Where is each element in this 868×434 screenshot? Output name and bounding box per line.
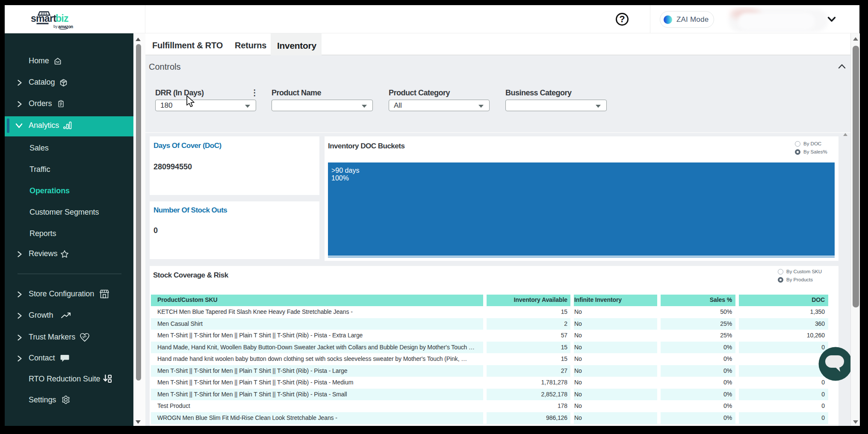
svg-text:biz: biz — [56, 13, 68, 24]
svg-text:amazon: amazon — [58, 24, 73, 29]
svg-text:smart: smart — [31, 13, 56, 24]
svg-text:by: by — [53, 24, 58, 29]
